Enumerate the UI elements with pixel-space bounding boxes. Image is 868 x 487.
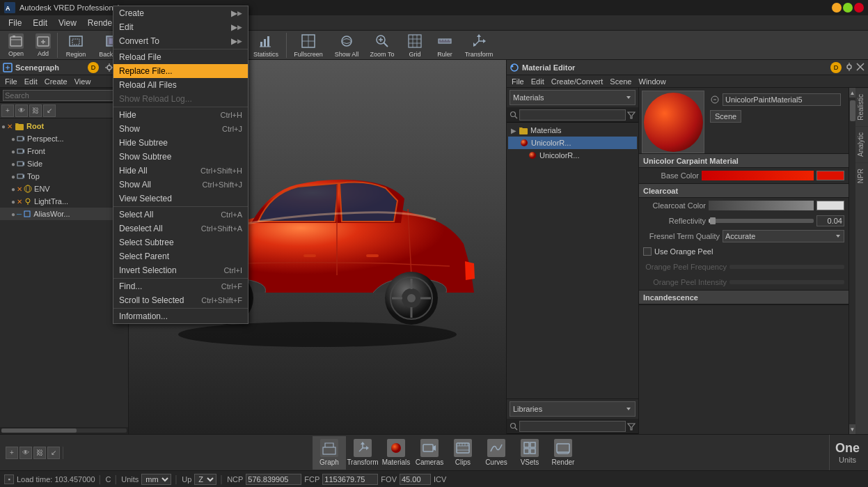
ctx-hide[interactable]: Hide Ctrl+H xyxy=(113,108,248,122)
ctx-view-selected[interactable]: View Selected xyxy=(113,192,248,206)
units-select[interactable]: mm cm m xyxy=(141,474,171,485)
reflectivity-slider-track[interactable] xyxy=(709,219,814,223)
bottombar-transform-btn[interactable]: Transform xyxy=(346,436,379,470)
scenegraph-search-input[interactable] xyxy=(3,90,125,101)
grid-btn[interactable]: Grid xyxy=(401,31,429,59)
ctx-edit[interactable]: Edit ▶ xyxy=(113,20,248,34)
tree-item-light[interactable]: ● ✕ LightTra... xyxy=(0,195,128,208)
mat-menu-createconvert[interactable]: Create/Convert xyxy=(548,77,607,86)
mat-tab-realistic[interactable]: Realistic xyxy=(855,88,868,126)
mat-vscrollbar[interactable]: ▲ ▼ xyxy=(849,88,855,434)
mat-menu-scene[interactable]: Scene xyxy=(606,77,635,86)
mat-editor-close-icon[interactable] xyxy=(855,62,865,72)
tree-item-front[interactable]: ● Front xyxy=(0,145,128,157)
clearcoat-color-bar[interactable] xyxy=(709,201,814,210)
sg-chain-btn[interactable]: ⛓ xyxy=(29,105,42,117)
bottombar-arrow-btn[interactable]: ↙ xyxy=(47,447,60,459)
close-btn[interactable] xyxy=(854,3,864,13)
clearcoat-color-swatch[interactable] xyxy=(816,201,844,210)
mat-tab-analytic[interactable]: Analytic xyxy=(855,126,868,162)
fov-input[interactable] xyxy=(400,474,431,485)
ctx-find[interactable]: Find... Ctrl+F xyxy=(113,279,248,293)
tree-item-side[interactable]: ● Side xyxy=(0,157,128,170)
sg-menu-create[interactable]: Create xyxy=(41,77,71,86)
menu-edit[interactable]: Edit xyxy=(27,17,53,29)
reflectivity-value[interactable] xyxy=(816,215,844,226)
sg-menu-view[interactable]: View xyxy=(71,77,95,86)
ctx-invert-selection[interactable]: Invert Selection Ctrl+I xyxy=(113,263,248,277)
mat-menu-file[interactable]: File xyxy=(508,77,528,86)
fresnel-dropdown[interactable]: Accurate xyxy=(723,230,844,242)
material-filter-icon[interactable] xyxy=(627,111,636,119)
add-btn[interactable]: Add xyxy=(30,31,56,59)
bottombar-graph-btn[interactable]: Graph xyxy=(313,436,346,470)
ctx-select-parent[interactable]: Select Parent xyxy=(113,249,248,263)
material-search-input[interactable] xyxy=(519,109,626,121)
transform-btn[interactable]: Transform xyxy=(461,31,497,59)
bottombar-materials-btn[interactable]: Materials xyxy=(379,436,413,470)
mat-scroll-down-btn[interactable]: ▼ xyxy=(849,424,856,434)
libraries-dropdown[interactable]: Libraries xyxy=(510,401,636,417)
reflectivity-slider-thumb[interactable] xyxy=(710,217,716,224)
sg-scrollbar[interactable] xyxy=(0,427,128,434)
bottombar-clips-btn[interactable]: Clips xyxy=(446,436,480,470)
statistics-btn[interactable]: Statistics xyxy=(248,31,284,59)
bottombar-vsets-btn[interactable]: VSets xyxy=(513,436,546,470)
mat-scroll-up-btn[interactable]: ▲ xyxy=(849,88,856,98)
mat-editor-settings-icon[interactable] xyxy=(844,62,854,72)
maximize-btn[interactable] xyxy=(843,3,853,13)
ctx-reload-all[interactable]: Reload All Files xyxy=(113,78,248,92)
mat-tree-item-1[interactable]: UnicolorR... xyxy=(508,137,637,149)
ctx-hide-all[interactable]: Hide All Ctrl+Shift+H xyxy=(113,164,248,178)
bottombar-link-btn[interactable]: ⛓ xyxy=(33,447,46,459)
menu-view[interactable]: View xyxy=(53,17,82,29)
sg-add-btn[interactable]: + xyxy=(1,105,14,117)
ctx-convert[interactable]: Convert To ▶ xyxy=(113,34,248,48)
ctx-replace-file[interactable]: Replace File... xyxy=(113,64,248,78)
tree-item-persp[interactable]: ● Perspect... xyxy=(0,132,128,145)
ctx-show-subtree[interactable]: Show Subtree xyxy=(113,150,248,164)
ctx-show-all[interactable]: Show All Ctrl+Shift+J xyxy=(113,178,248,192)
mat-scroll-thumb[interactable] xyxy=(850,100,855,121)
libs-filter-icon[interactable] xyxy=(627,422,636,431)
ctx-information[interactable]: Information... xyxy=(113,309,248,323)
mat-tab-npr[interactable]: NPR xyxy=(855,162,868,189)
ctx-deselect-all[interactable]: Deselect All Ctrl+Shift+A xyxy=(113,222,248,235)
minimize-btn[interactable] xyxy=(832,3,842,13)
sg-eye-btn[interactable]: 👁 xyxy=(15,105,28,117)
up-select[interactable]: Z Y xyxy=(194,474,216,485)
libraries-search-input[interactable] xyxy=(519,421,626,432)
mat-tree-item-2[interactable]: UnicolorR... xyxy=(508,149,637,162)
ctx-select-subtree[interactable]: Select Subtree xyxy=(113,235,248,249)
tree-item-env[interactable]: ● ✕ ENV xyxy=(0,183,128,195)
tree-item-alias[interactable]: ● ─ AliasWor... xyxy=(0,208,128,220)
tree-item-root[interactable]: ● ✕ Root xyxy=(0,120,128,132)
mat-tree-folder[interactable]: ▶ Materials xyxy=(508,124,637,137)
scene-btn[interactable]: Scene xyxy=(710,110,741,123)
mat-menu-window[interactable]: Window xyxy=(636,77,670,86)
materials-dropdown[interactable]: Materials xyxy=(510,90,636,105)
orange-peel-checkbox[interactable] xyxy=(643,247,652,256)
sg-menu-edit[interactable]: Edit xyxy=(21,77,41,86)
showall-btn[interactable]: Show All xyxy=(330,31,363,59)
ctx-reload-file[interactable]: Reload File xyxy=(113,50,248,64)
fullscreen-btn[interactable]: Fullscreen xyxy=(289,31,328,59)
ctx-select-all[interactable]: Select All Ctrl+A xyxy=(113,208,248,222)
base-color-swatch[interactable] xyxy=(816,171,844,180)
ctx-scroll-selected[interactable]: Scroll to Selected Ctrl+Shift+F xyxy=(113,293,248,307)
sg-arrow-btn[interactable]: ↙ xyxy=(43,105,56,117)
bottombar-curves-btn[interactable]: Curves xyxy=(480,436,513,470)
ruler-btn[interactable]: Ruler xyxy=(431,31,459,59)
tree-item-top[interactable]: ● Top xyxy=(0,170,128,183)
bottombar-add-btn[interactable]: + xyxy=(6,447,18,459)
mat-menu-edit[interactable]: Edit xyxy=(528,77,548,86)
fcp-input[interactable] xyxy=(322,474,378,485)
region-btn[interactable]: Region xyxy=(59,31,93,59)
bottombar-render-btn[interactable]: Render xyxy=(546,436,580,470)
ctx-create[interactable]: Create ▶ xyxy=(113,6,248,20)
ctx-show[interactable]: Show Ctrl+J xyxy=(113,122,248,136)
ctx-hide-subtree[interactable]: Hide Subtree xyxy=(113,136,248,150)
bottombar-cameras-btn[interactable]: Cameras xyxy=(413,436,446,470)
zoomto-btn[interactable]: Zoom To xyxy=(365,31,399,59)
sg-menu-file[interactable]: File xyxy=(1,77,21,86)
